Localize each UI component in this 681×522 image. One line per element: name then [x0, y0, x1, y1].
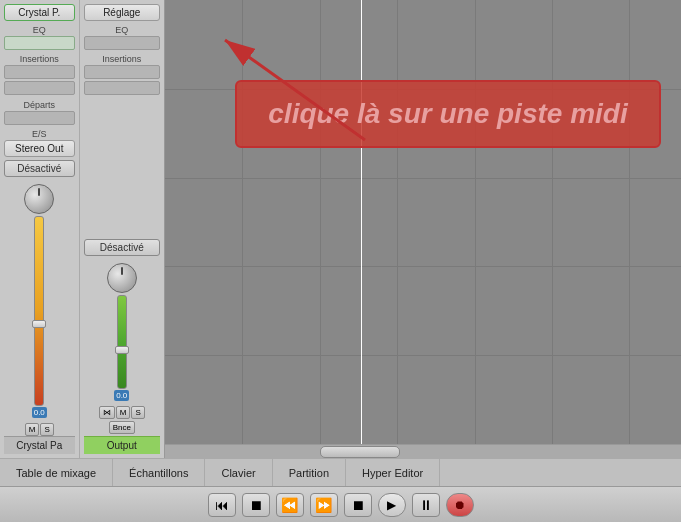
timeline-scrollbar[interactable] — [165, 444, 681, 458]
channel1-ms-buttons: M S — [4, 423, 75, 436]
channel1-eq-slot — [4, 36, 75, 50]
channel2-fader-handle[interactable] — [115, 346, 129, 354]
channel2-insertions-label: Insertions — [84, 54, 160, 64]
channel1-send-slot — [4, 111, 75, 125]
channel2-fader-value: 0.0 — [114, 390, 129, 401]
vgrid-3 — [397, 0, 398, 444]
channel2-mute-button[interactable]: M — [116, 406, 131, 419]
channel1-name-label: Crystal Pa — [4, 436, 75, 454]
channel2-deactivate-button[interactable]: Désactivé — [84, 239, 160, 256]
channel1-knob-container: 0.0 — [6, 182, 73, 419]
channel1-fader-handle[interactable] — [32, 320, 46, 328]
transport-play[interactable]: ▶ — [378, 493, 406, 517]
timeline-tracks: clique là sur une piste midi — [165, 0, 681, 444]
channel1-mute-button[interactable]: M — [25, 423, 40, 436]
channel1-fader-value: 0.0 — [32, 407, 47, 418]
channel2-link-button[interactable]: ⋈ — [99, 406, 115, 419]
channel2-solo-button[interactable]: S — [131, 406, 144, 419]
channel1-eq-label: EQ — [4, 25, 75, 35]
channel2-name-label: Output — [84, 436, 160, 454]
vgrid-5 — [552, 0, 553, 444]
channel2-extra-buttons: Bnce — [84, 421, 160, 434]
channel1-fader-track — [34, 216, 44, 406]
channel1-name-button[interactable]: Crystal P. — [4, 4, 75, 21]
channel1-insert-slot-1 — [4, 65, 75, 79]
channel2-ms-buttons: ⋈ M S — [84, 406, 160, 419]
track-line-3 — [165, 266, 681, 267]
vgrid-1 — [242, 0, 243, 444]
channel2-eq-label: EQ — [84, 25, 160, 35]
tab-bar: Table de mixage Échantillons Clavier Par… — [0, 458, 681, 486]
channel1-insert-slot-2 — [4, 81, 75, 95]
channel2-knob-container: 0.0 — [86, 261, 158, 403]
timeline-area[interactable]: clique là sur une piste midi — [165, 0, 681, 458]
channel1-departs-label: Départs — [4, 100, 75, 110]
vgrid-6 — [629, 0, 630, 444]
tab-table-de-mixage[interactable]: Table de mixage — [0, 459, 113, 486]
channel1-deactivate-button[interactable]: Désactivé — [4, 160, 75, 177]
channel2-eq-slot — [84, 36, 160, 50]
transport-stop2[interactable]: ⏹ — [344, 493, 372, 517]
channel2-settings-button[interactable]: Réglage — [84, 4, 160, 21]
main-container: Crystal P. EQ Insertions Départs E/S Ste… — [0, 0, 681, 522]
channel1-solo-button[interactable]: S — [40, 423, 53, 436]
tab-partition[interactable]: Partition — [273, 459, 346, 486]
channel1-pan-knob[interactable] — [24, 184, 54, 214]
channel2-bounce-button[interactable]: Bnce — [109, 421, 135, 434]
vgrid-2 — [320, 0, 321, 444]
channel1-output-button[interactable]: Stereo Out — [4, 140, 75, 157]
channel2-insert-slot-1 — [84, 65, 160, 79]
transport-pause[interactable]: ⏸ — [412, 493, 440, 517]
channel2-fader-section: 0.0 — [84, 259, 160, 405]
transport-bar: ⏮ ⏹ ⏪ ⏩ ⏹ ▶ ⏸ ⏺ — [0, 486, 681, 522]
track-line-4 — [165, 355, 681, 356]
mixer-panel: Crystal P. EQ Insertions Départs E/S Ste… — [0, 0, 165, 458]
annotation-box: clique là sur une piste midi — [235, 80, 661, 148]
tab-echantillons[interactable]: Échantillons — [113, 459, 205, 486]
annotation-text: clique là sur une piste midi — [268, 98, 627, 129]
channel2-fader-track — [117, 295, 127, 390]
tab-clavier[interactable]: Clavier — [205, 459, 272, 486]
channel1-fader-section: 0.0 — [4, 180, 75, 421]
track-line-2 — [165, 178, 681, 179]
content-area: Crystal P. EQ Insertions Départs E/S Ste… — [0, 0, 681, 458]
channel-strip-1: Crystal P. EQ Insertions Départs E/S Ste… — [0, 0, 80, 458]
transport-stop[interactable]: ⏹ — [242, 493, 270, 517]
transport-fast-forward[interactable]: ⏩ — [310, 493, 338, 517]
channel-strips: Crystal P. EQ Insertions Départs E/S Ste… — [0, 0, 164, 458]
vgrid-4 — [475, 0, 476, 444]
transport-record[interactable]: ⏺ — [446, 493, 474, 517]
channel1-insertions-label: Insertions — [4, 54, 75, 64]
transport-rewind-to-start[interactable]: ⏮ — [208, 493, 236, 517]
transport-rewind[interactable]: ⏪ — [276, 493, 304, 517]
channel2-pan-knob[interactable] — [107, 263, 137, 293]
channel-strip-2: Réglage EQ Insertions Désactivé — [80, 0, 164, 458]
channel1-es-label: E/S — [4, 129, 75, 139]
timeline-scrollbar-thumb[interactable] — [320, 446, 400, 458]
playhead — [361, 0, 362, 444]
channel2-insert-slot-2 — [84, 81, 160, 95]
tab-hyper-editor[interactable]: Hyper Editor — [346, 459, 440, 486]
